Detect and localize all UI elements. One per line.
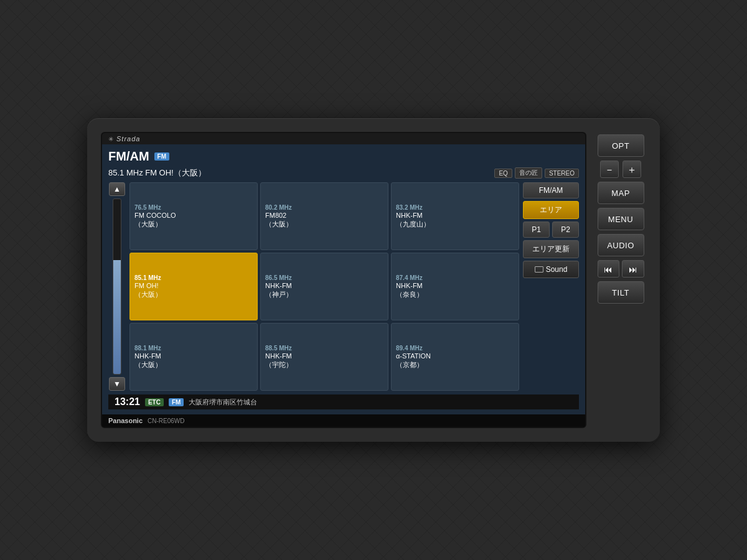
tilt-button[interactable]: TILT [598,281,644,304]
station-name-2: NHK-FM（九度山） [396,211,514,229]
p1-p2-row: P1 P2 [523,222,579,238]
status-bar: 13:21 ETC FM 大阪府堺市南区竹城台 [108,394,579,409]
station-freq-5: 87.4 MHz [396,274,514,281]
strada-star-icon: ✳ [108,136,113,142]
minus-button[interactable]: － [600,161,619,178]
side-panel: FM/AM エリア P1 P2 エリア更新 Sound [523,182,579,391]
station-cell-7[interactable]: 88.5 MHz NHK-FM（宇陀） [260,323,388,391]
area-update-button[interactable]: エリア更新 [523,240,579,258]
station-freq-0: 76.5 MHz [134,204,253,211]
sound-master-badge[interactable]: 音の匠 [515,167,542,179]
station-name-0: FM COCOLO（大阪） [134,211,253,229]
station-name-1: FM802（大阪） [265,211,383,229]
plus-button[interactable]: ＋ [622,161,641,178]
bottom-bar: Panasonic CN-RE06WD [102,414,585,427]
slider-fill [113,260,121,374]
freq-row: 85.1 MHz FM OH!（大阪） EQ 音の匠 STEREO [108,167,579,179]
eq-badge[interactable]: EQ [494,169,512,178]
menu-button[interactable]: MENU [598,208,644,230]
sound-button[interactable]: Sound [523,261,579,278]
station-cell-8[interactable]: 89.4 MHz α-STATION（京都） [391,323,519,391]
station-name-6: NHK-FM（大阪） [134,352,253,370]
hardware-buttons: OPT － ＋ MAP MENU AUDIO ⏮ ⏭ TILT [593,132,649,428]
station-freq-6: 88.1 MHz [134,345,253,352]
station-cell-0[interactable]: 76.5 MHz FM COCOLO（大阪） [129,182,258,250]
station-cell-4[interactable]: 86.5 MHz NHK-FM（神戸） [260,253,388,320]
content-area: ▲ ▼ 76.5 MHz FM COCOLO（大阪） 80.2 MHz FM80… [108,182,579,391]
panasonic-logo: Panasonic [108,417,143,424]
sound-icon [535,266,543,273]
station-cell-6[interactable]: 88.1 MHz NHK-FM（大阪） [129,323,258,391]
station-name-8: α-STATION（京都） [396,352,514,370]
volume-slider-area: ▲ ▼ [108,182,126,391]
current-freq-display: 85.1 MHz FM OH!（大阪） [108,167,206,179]
station-freq-1: 80.2 MHz [265,204,383,211]
screen-topbar: ✳ Strada [102,133,585,144]
slider-track[interactable] [113,198,121,375]
screen-container: ✳ Strada FM/AM FM 85.1 MHz FM OH!（大阪） EQ… [101,132,586,428]
area-button[interactable]: エリア [523,201,579,219]
station-name-3: FM OH!（大阪） [134,281,253,299]
station-freq-4: 86.5 MHz [265,274,383,281]
skip-back-button[interactable]: ⏮ [598,260,620,278]
station-cell-2[interactable]: 83.2 MHz NHK-FM（九度山） [391,182,519,250]
station-freq-8: 89.4 MHz [396,345,514,352]
device-frame: ✳ Strada FM/AM FM 85.1 MHz FM OH!（大阪） EQ… [87,118,660,442]
strada-logo: Strada [116,135,140,142]
station-cell-1[interactable]: 80.2 MHz FM802（大阪） [260,182,388,250]
p2-button[interactable]: P2 [552,222,579,238]
clock-display: 13:21 [115,396,140,408]
station-name-4: NHK-FM（神戸） [265,281,383,299]
slider-up-btn[interactable]: ▲ [109,182,125,196]
fm-status-badge: FM [169,398,184,406]
p1-button[interactable]: P1 [523,222,550,238]
skip-row: ⏮ ⏭ [598,260,644,278]
station-grid: 76.5 MHz FM COCOLO（大阪） 80.2 MHz FM802（大阪… [129,182,519,391]
audio-button[interactable]: AUDIO [598,234,644,256]
fm-am-title: FM/AM [108,149,149,164]
model-number: CN-RE06WD [148,418,184,424]
station-name-5: NHK-FM（奈良） [396,281,514,299]
skip-fwd-button[interactable]: ⏭ [622,260,644,278]
slider-down-btn[interactable]: ▼ [109,377,125,391]
badge-group: EQ 音の匠 STEREO [494,167,579,179]
sound-label: Sound [546,265,568,274]
opt-button[interactable]: OPT [598,134,644,157]
station-freq-3: 85.1 MHz [134,274,253,281]
main-screen: FM/AM FM 85.1 MHz FM OH!（大阪） EQ 音の匠 STER… [102,144,585,414]
map-button[interactable]: MAP [598,182,644,204]
station-cell-3[interactable]: 85.1 MHz FM OH!（大阪） [129,253,258,320]
location-display: 大阪府堺市南区竹城台 [189,398,257,407]
station-freq-2: 83.2 MHz [396,204,514,211]
etc-badge: ETC [145,398,164,406]
minus-plus-row: － ＋ [598,161,644,178]
stereo-badge: STEREO [545,169,579,178]
station-cell-5[interactable]: 87.4 MHz NHK-FM（奈良） [391,253,519,320]
mode-badge: FM [154,152,169,161]
station-freq-7: 88.5 MHz [265,345,383,352]
title-row: FM/AM FM [108,149,579,164]
fm-am-button[interactable]: FM/AM [523,182,579,198]
station-name-7: NHK-FM（宇陀） [265,352,383,370]
